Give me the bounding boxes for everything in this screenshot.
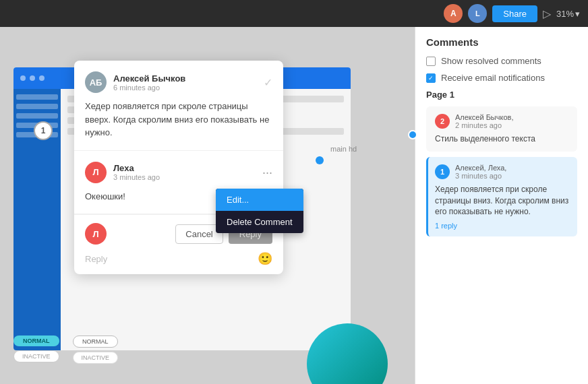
- element-group-1: NORMAL INACTIVE: [13, 335, 59, 364]
- user-avatar-2[interactable]: L: [468, 4, 487, 23]
- elements-row: NORMAL INACTIVE NORMAL INACTIVE: [13, 335, 118, 364]
- reply-placeholder-text[interactable]: Reply: [85, 254, 107, 264]
- panel-comment-card-2[interactable]: 1 Алексей, Леха, 3 minutes ago Хедер поя…: [426, 157, 577, 236]
- context-menu: Edit... Delete Comment: [216, 189, 303, 233]
- more-options-icon[interactable]: ···: [262, 166, 272, 179]
- comment-reply-header: Л Леха 3 minutes ago ···: [85, 162, 272, 183]
- pin-marker[interactable]: 1: [34, 121, 53, 140]
- element-group-2: NORMAL INACTIVE: [73, 335, 119, 364]
- topbar-dot-3: [39, 75, 45, 81]
- context-menu-item-delete[interactable]: Delete Comment: [216, 211, 303, 233]
- topbar-dot-2: [30, 75, 35, 81]
- panel-comment-meta-1: 2 minutes ago: [455, 121, 513, 129]
- panel-comment-text-1: Стиль выделенного текста: [435, 133, 570, 145]
- panel-comment-meta-2: 3 minutes ago: [455, 172, 506, 180]
- blue-indicator-dot: [316, 156, 324, 164]
- panel-title: Comments: [426, 36, 577, 48]
- play-icon[interactable]: ▷: [543, 7, 551, 20]
- right-panel: Comments Show resolved comments Receive …: [415, 27, 588, 384]
- element-normal-2: NORMAL: [73, 335, 119, 348]
- check-icon-1[interactable]: ✓: [264, 76, 272, 89]
- element-inactive-2: INACTIVE: [73, 352, 119, 364]
- comment-author-1: Алексей Бычков: [113, 73, 257, 84]
- email-notif-checkbox[interactable]: [426, 73, 436, 83]
- panel-badge-1: 2: [435, 114, 450, 129]
- panel-comment-author-2: Алексей, Леха,: [455, 164, 506, 172]
- zoom-control[interactable]: 31% ▾: [556, 9, 580, 19]
- panel-badge-num-2: 1: [440, 168, 444, 176]
- panel-badge-2: 1: [435, 164, 450, 179]
- sidebar-item-1: [16, 94, 58, 100]
- show-resolved-label: Show resolved comments: [441, 56, 541, 66]
- comment-popup: АБ Алексей Бычков 6 minutes ago ✓ Хедер …: [74, 61, 283, 274]
- panel-comment-card-1[interactable]: 2 Алексей Бычков, 2 minutes ago Стиль вы…: [426, 106, 577, 152]
- pin-number: 1: [41, 126, 46, 135]
- chevron-down-icon: ▾: [575, 9, 580, 19]
- user-avatar-1[interactable]: A: [444, 4, 463, 23]
- show-resolved-row: Show resolved comments: [426, 56, 577, 66]
- sidebar-item-2: [16, 104, 58, 109]
- reply-input-row: Reply 🙂: [85, 251, 272, 266]
- sidebar-item-3: [16, 113, 58, 119]
- comment-avatar-2: Л: [85, 162, 107, 183]
- email-notif-label: Receive email notifications: [441, 73, 545, 83]
- share-button[interactable]: Share: [492, 5, 537, 22]
- main-hd-label: main hd: [330, 145, 357, 153]
- comment-time-2: 3 minutes ago: [113, 173, 256, 181]
- panel-comment-author-1: Алексей Бычков,: [455, 113, 513, 121]
- panel-comment-header-2: 1 Алексей, Леха, 3 minutes ago: [435, 164, 570, 180]
- element-inactive-1: INACTIVE: [13, 350, 59, 362]
- topbar-dot-1: [20, 75, 26, 81]
- zoom-value: 31%: [556, 9, 574, 19]
- canvas-comment-dot[interactable]: [408, 130, 417, 139]
- page-label: Page 1: [426, 90, 577, 100]
- panel-badge-num-1: 2: [440, 117, 444, 125]
- comment-text-1: Хедер появляется при скроле страницы вве…: [85, 100, 272, 139]
- panel-comment-text-2: Хедер появляется при скроле страницы вни…: [435, 184, 570, 218]
- comment-meta-1: Алексей Бычков 6 minutes ago: [113, 73, 257, 92]
- comment-reply-meta: Леха 3 minutes ago: [113, 163, 256, 181]
- element-normal-1: NORMAL: [13, 335, 59, 346]
- comment-time-1: 6 minutes ago: [113, 84, 257, 92]
- panel-section-comments: Comments Show resolved comments Receive …: [415, 27, 588, 251]
- context-menu-item-edit[interactable]: Edit...: [216, 189, 303, 211]
- comment-header-1: АБ Алексей Бычков 6 minutes ago ✓: [85, 71, 272, 93]
- comment-avatar-1: АБ: [85, 71, 107, 93]
- email-notif-row: Receive email notifications: [426, 73, 577, 83]
- toolbar: A L Share ▷ 31% ▾: [0, 0, 588, 27]
- emoji-icon[interactable]: 🙂: [258, 251, 272, 266]
- panel-comment-header-1: 2 Алексей Бычков, 2 minutes ago: [435, 113, 570, 129]
- show-resolved-checkbox[interactable]: [426, 57, 436, 66]
- comment-author-2: Леха: [113, 163, 256, 173]
- comment-item-1: АБ Алексей Бычков 6 minutes ago ✓ Хедер …: [74, 61, 283, 151]
- reply-avatar: Л: [85, 223, 107, 245]
- panel-reply-count: 1 reply: [435, 222, 570, 230]
